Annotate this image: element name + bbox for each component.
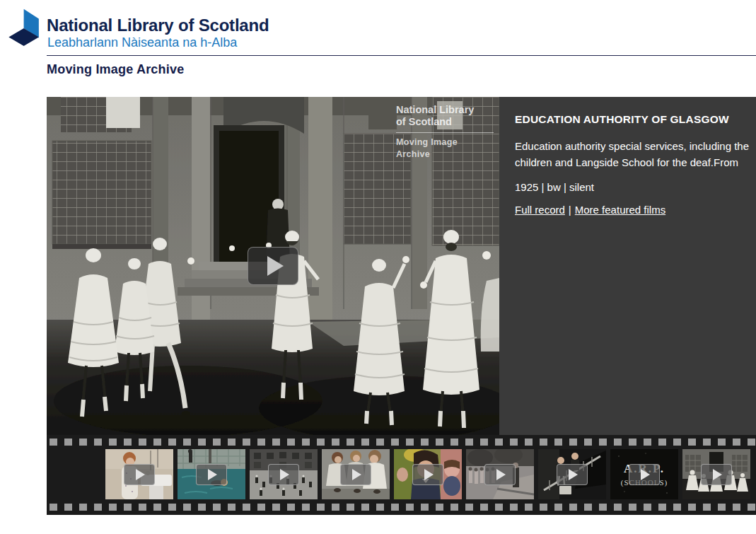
full-record-link[interactable]: Full record [515, 204, 565, 216]
site-title: National Library of Scotland [47, 16, 269, 35]
thumbnail-girl-washing-at-sink[interactable] [105, 449, 173, 499]
play-icon [268, 464, 299, 485]
play-button[interactable] [248, 247, 298, 285]
link-separator: | [569, 204, 571, 216]
play-icon [196, 464, 227, 485]
filmstrip-sprockets-bottom [47, 504, 756, 511]
thumbnail-arp-schools-title-card[interactable]: A.R.P. (SCHOOLS) [610, 449, 678, 499]
more-featured-films-link[interactable]: More featured films [575, 204, 665, 216]
play-icon [484, 464, 516, 485]
thumbnail-children-marching[interactable] [466, 449, 534, 499]
nls-logo-icon [6, 6, 45, 47]
thumbnail-boy-closeup[interactable] [394, 449, 462, 499]
site-subtitle-gaelic: Leabharlann Nàiseanta na h-Alba [47, 35, 237, 50]
play-icon [701, 464, 732, 485]
video-watermark: National Library of Scotland Moving Imag… [396, 104, 494, 161]
play-icon [557, 464, 588, 485]
watermark-line3: Moving Image Archive [396, 137, 494, 161]
play-icon [124, 464, 155, 485]
play-icon [629, 464, 660, 485]
watermark-line1: National Library [396, 104, 494, 116]
watermark-divider [396, 132, 494, 133]
film-description-line2: children and Langside School for the dea… [515, 154, 756, 170]
thumbnail-swimming-pool[interactable] [178, 449, 245, 499]
filmstrip-carousel: A.R.P. (SCHOOLS) [47, 435, 756, 515]
page: National Library of Scotland Leabharlann… [0, 0, 756, 534]
film-title: EDUCATION AUTHORITY OF GLASGOW [515, 113, 756, 126]
filmstrip-thumbnails: A.R.P. (SCHOOLS) [105, 449, 750, 499]
play-icon [340, 464, 371, 485]
play-icon [412, 464, 443, 485]
thumbnail-children-sitting-on-grass[interactable] [322, 449, 390, 499]
thumbnail-school-playground-drill[interactable] [250, 449, 318, 499]
watermark-line2: of Scotland [396, 116, 494, 128]
thumbnail-dancing-children[interactable] [682, 449, 750, 499]
thumbnail-children-on-staircase[interactable] [538, 449, 606, 499]
header-divider [47, 55, 756, 56]
section-title: Moving Image Archive [47, 62, 184, 77]
film-description: Education authority special services, in… [515, 138, 756, 170]
film-meta: 1925 | bw | silent [515, 181, 756, 193]
filmstrip-sprockets-top [47, 439, 756, 446]
film-links: Full record|More featured films [515, 204, 756, 216]
film-info-panel: EDUCATION AUTHORITY OF GLASGOW Education… [499, 97, 756, 435]
film-description-line1: Education authority special services, in… [515, 138, 756, 154]
featured-video-player[interactable]: National Library of Scotland Moving Imag… [47, 97, 499, 435]
play-icon [267, 256, 284, 276]
